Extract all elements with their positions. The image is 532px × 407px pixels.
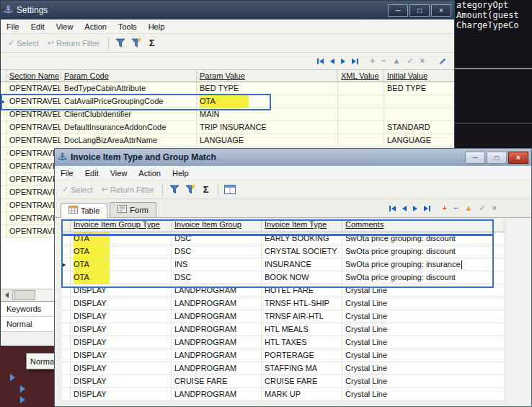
grid-cell-group[interactable]: LANDPROGRAM (172, 362, 262, 375)
filter-icon[interactable] (113, 37, 128, 50)
grid-cell-group[interactable]: LANDPROGRAM (172, 336, 262, 349)
grid-cell-group_type[interactable]: DISPLAY (71, 349, 172, 362)
grid-cell-group_type[interactable]: OTA (71, 271, 172, 284)
grid-cell-value[interactable]: BED TYPE (197, 82, 338, 95)
grid-cell-comments[interactable]: Crystal Line (342, 297, 505, 310)
nav-next-button[interactable] (341, 58, 345, 64)
column-header-comments[interactable]: Comments (342, 218, 505, 232)
grid-cell-section[interactable]: OPENTRAVEL (6, 108, 61, 121)
column-header-param-code[interactable]: Param Code (61, 70, 197, 82)
pen-icon[interactable] (438, 57, 447, 66)
sum-icon[interactable]: Σ (145, 37, 159, 50)
filter-edit-icon[interactable] (183, 183, 198, 196)
select-button[interactable]: ✓ Select (4, 37, 43, 49)
grid-cell-code[interactable]: BedTypeCabinAttribute (61, 82, 197, 95)
grid-cell-item_type[interactable]: MARK UP (262, 388, 342, 401)
grid-cell-section[interactable]: OPENTRAVEL (6, 212, 61, 225)
select-button[interactable]: ✓ Select (58, 183, 97, 196)
return-filter-button[interactable]: ↩ Return Filter (98, 183, 158, 196)
expand-arrow-icon[interactable] (20, 396, 25, 403)
grid-cell-xml[interactable] (338, 108, 384, 121)
grid-cell-group_type[interactable]: DISPLAY (71, 323, 172, 336)
grid-cell-comments[interactable]: Crystal Line (342, 336, 505, 349)
filter-edit-icon[interactable] (129, 37, 143, 50)
menu-item-file[interactable]: File (55, 169, 79, 178)
menu-item-help[interactable]: Help (167, 169, 195, 178)
grid-cell-value[interactable]: OTA (197, 95, 338, 108)
close-button[interactable]: × (431, 4, 451, 17)
nav-last-button[interactable] (424, 206, 430, 211)
filter-icon[interactable] (167, 183, 182, 196)
grid-cell-xml[interactable] (338, 134, 384, 147)
nav-prev-button[interactable] (402, 206, 407, 211)
grid-cell-group[interactable]: LANDPROGRAM (172, 310, 262, 323)
column-header-group[interactable]: Invoice Item Group (172, 218, 262, 232)
nav-commit-button[interactable]: ✓ (479, 204, 485, 212)
table-row[interactable]: DISPLAYLANDPROGRAMHTL MEALSCrystal Line (62, 323, 531, 336)
grid-cell-initial[interactable] (384, 95, 454, 108)
menu-item-action[interactable]: Action (79, 22, 112, 31)
grid-cell-xml[interactable] (338, 121, 384, 134)
grid-cell-section[interactable]: OPENTRAVEL (6, 160, 61, 173)
table-row[interactable]: OTADSCBOOK NOWSwOta price grouping: disc… (62, 271, 531, 284)
table-row[interactable]: DISPLAYLANDPROGRAMTRNSF AIR-HTLCrystal L… (62, 310, 531, 323)
nav-first-button[interactable] (317, 58, 324, 64)
table-row[interactable]: OPENTRAVELDefaultInsuranceAddonCodeTRIP … (1, 121, 454, 134)
grid-cell-group_type[interactable]: DISPLAY (71, 375, 172, 388)
grid-cell-group[interactable]: DSC (172, 271, 262, 284)
nav-cancel-button[interactable]: × (492, 204, 497, 212)
grid-cell-initial[interactable]: STANDARD (384, 121, 454, 134)
grid-cell-section[interactable]: OPENTRAVEL (6, 173, 61, 186)
grid-cell-comments[interactable]: SwOta price grouping: discount (342, 245, 505, 258)
grid-cell-group_type[interactable]: DISPLAY (71, 336, 172, 349)
grid-cell-group_type[interactable]: DISPLAY (71, 297, 172, 310)
grid-cell-group[interactable]: LANDPROGRAM (172, 349, 262, 362)
grid-cell-item_type[interactable]: BOOK NOW (262, 271, 342, 284)
grid-cell-section[interactable]: OPENTRAVEL (6, 225, 61, 238)
grid-cell-group[interactable]: LANDPROGRAM (172, 323, 262, 336)
table-row[interactable]: DISPLAYLANDPROGRAMMARK UPCrystal Line (62, 388, 531, 401)
grid-cell-group_type[interactable]: OTA (71, 245, 172, 258)
grid-cell-group_type[interactable]: DISPLAY (71, 362, 172, 375)
grid-cell-group_type[interactable]: DISPLAY (71, 388, 172, 401)
grid-cell-code[interactable]: ClientClubIdentifier (61, 108, 197, 121)
grid-cell-item_type[interactable]: HTL TAXES (262, 336, 342, 349)
grid-cell-group[interactable]: LANDPROGRAM (172, 284, 262, 297)
table-row[interactable]: DISPLAYLANDPROGRAMSTAFFING MACrystal Lin… (62, 362, 531, 375)
tab-table[interactable]: Table (61, 203, 107, 218)
grid-cell-code[interactable]: DefaultInsuranceAddonCode (61, 121, 197, 134)
nav-up-button[interactable]: ▲ (392, 57, 400, 65)
grid-cell-item_type[interactable]: EARLY BOOKING (262, 232, 342, 245)
menu-item-edit[interactable]: Edit (79, 169, 105, 178)
minimize-button[interactable]: ─ (465, 152, 485, 164)
grid-cell-initial[interactable]: BED TYPE (384, 82, 454, 95)
nav-delete-button[interactable]: − (453, 204, 458, 212)
sum-icon[interactable]: Σ (199, 183, 213, 196)
table-row[interactable]: DISPLAYLANDPROGRAMTRNSF HTL-SHIPCrystal … (62, 297, 531, 310)
table-row[interactable]: DISPLAYLANDPROGRAMPORTERAGECrystal Line (62, 349, 531, 362)
grid-cell-group[interactable]: INS (172, 258, 262, 271)
expand-arrow-icon[interactable] (10, 374, 15, 381)
grid-cell-xml[interactable] (338, 95, 384, 108)
column-header-xml-value[interactable]: XML Value (338, 70, 384, 82)
grid-cell-comments[interactable]: Crystal Line (342, 362, 505, 375)
column-header-param-value[interactable]: Param Value (197, 70, 338, 82)
table-row[interactable]: OTADSCEARLY BOOKINGSwOta price grouping:… (62, 232, 531, 245)
grid-cell-value[interactable]: LANGUAGE (197, 134, 338, 147)
grid-cell-value[interactable]: TRIP INSURANCE (197, 121, 338, 134)
table-row[interactable]: OPENTRAVELBedTypeCabinAttributeBED TYPEB… (1, 82, 454, 95)
grid-cell-item_type[interactable]: INSURANCE (262, 258, 342, 271)
table-row[interactable]: ▶OPENTRAVELCatAvailPriceGroupingCodeOTA (1, 95, 454, 108)
grid-cell-group[interactable]: DSC (172, 245, 262, 258)
grid-cell-comments[interactable]: SwOta price grouping: discount (342, 271, 505, 284)
column-header-item-type[interactable]: Invoice Item Type (262, 218, 342, 232)
grid-cell-group_type[interactable]: DISPLAY (71, 310, 172, 323)
grid-cell-section[interactable]: OPENTRAVEL (6, 134, 61, 147)
nav-insert-button[interactable]: + (443, 204, 447, 212)
grid-cell-comments[interactable]: SwOta price grouping: insurance (342, 258, 505, 271)
grid-cell-section[interactable]: OPENTRAVEL (6, 186, 61, 199)
nav-last-button[interactable] (352, 58, 358, 64)
settings-titlebar[interactable]: Settings ─ □ × (1, 1, 454, 19)
nav-next-button[interactable] (413, 206, 417, 211)
grid-cell-group_type[interactable]: OTA (71, 258, 172, 271)
